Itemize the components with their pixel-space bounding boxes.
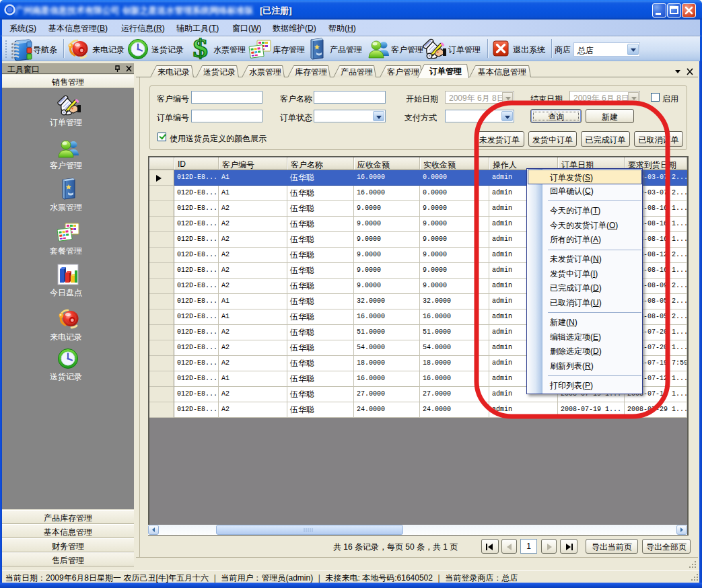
svg-text:订单管理: 订单管理: [429, 67, 462, 76]
svg-text:来电记录: 来电记录: [157, 67, 190, 77]
svg-text:产品管理: 产品管理: [341, 67, 373, 77]
svg-text:基本信息管理: 基本信息管理: [478, 67, 526, 77]
svg-text:水票管理: 水票管理: [249, 67, 281, 77]
svg-text:库存管理: 库存管理: [295, 67, 327, 77]
svg-text:客户管理: 客户管理: [387, 67, 419, 77]
svg-text:送货记录: 送货记录: [203, 67, 236, 77]
